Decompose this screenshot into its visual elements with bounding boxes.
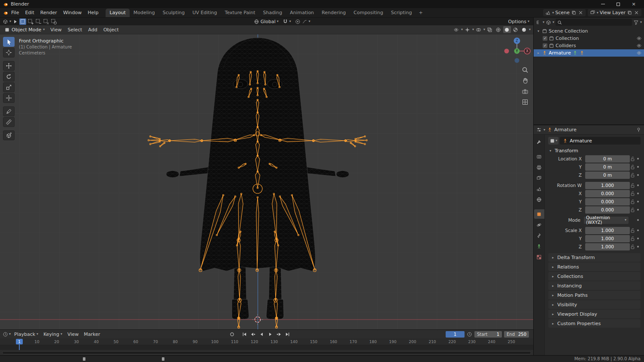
visibility-eye-icon[interactable]: [636, 43, 642, 48]
tab-sculpting[interactable]: Sculpting: [159, 9, 188, 17]
unlink-scene-icon[interactable]: [578, 10, 583, 15]
timeline-menu-view[interactable]: View: [65, 332, 81, 337]
outliner-item-armature[interactable]: ▸Armature: [534, 49, 644, 57]
timeline-body[interactable]: 1020304050607080901001101201301401501601…: [0, 338, 533, 350]
select-mode-set-icon[interactable]: [19, 18, 26, 25]
transform-panel-header[interactable]: ▾ Transform: [548, 146, 641, 155]
playhead[interactable]: 1: [16, 339, 23, 350]
properties-tab-tool[interactable]: [534, 137, 544, 147]
outliner-editor-type-icon[interactable]: [536, 20, 541, 25]
viewport-menu-add[interactable]: Add: [85, 27, 100, 33]
jump-start-button[interactable]: [240, 331, 249, 338]
properties-tab-physics[interactable]: [534, 220, 544, 229]
outliner-item-collection[interactable]: ✓Collection: [534, 35, 644, 42]
tab-rendering[interactable]: Rendering: [318, 9, 349, 17]
properties-tab-texture[interactable]: [534, 252, 544, 262]
xray-icon[interactable]: [486, 26, 494, 33]
value-field[interactable]: 1.000: [585, 235, 630, 242]
animate-dot[interactable]: [635, 184, 641, 186]
properties-tab-scene[interactable]: [534, 184, 544, 193]
frame-start-field[interactable]: Start 1: [474, 331, 502, 338]
animate-dot[interactable]: [635, 229, 641, 231]
value-field[interactable]: 1.000: [585, 182, 630, 189]
animate-dot[interactable]: [635, 174, 641, 176]
animate-dot[interactable]: [635, 201, 641, 202]
outliner-item-colliders[interactable]: ✓Colliders: [534, 42, 644, 49]
value-field[interactable]: 1.000: [585, 243, 630, 250]
timeline-menu-playback[interactable]: Playback▾: [12, 332, 41, 337]
record-button[interactable]: [228, 331, 236, 338]
panel-delta-transform[interactable]: ▸Delta Transform: [548, 253, 641, 262]
properties-tab-view-layer[interactable]: [534, 173, 544, 183]
tab-compositing[interactable]: Compositing: [350, 9, 387, 17]
material-shading-icon[interactable]: [512, 26, 519, 33]
new-view-layer-icon[interactable]: [627, 10, 632, 15]
disclosure-triangle-icon[interactable]: ▸: [536, 51, 541, 55]
timeline-menu-keying[interactable]: Keying▾: [41, 332, 65, 337]
options-dropdown[interactable]: Options ▾: [507, 19, 531, 24]
menu-help[interactable]: Help: [85, 8, 101, 17]
scene-selector[interactable]: ▾ Scene: [543, 9, 586, 16]
solid-shading-icon[interactable]: [503, 26, 511, 33]
menu-file[interactable]: File: [8, 8, 22, 17]
value-field[interactable]: 0 m: [585, 163, 630, 171]
pin-icon[interactable]: [636, 127, 641, 133]
panel-instancing[interactable]: ▸Instancing: [548, 281, 641, 290]
gizmos-icon[interactable]: [464, 26, 471, 33]
timeline-ruler[interactable]: 1020304050607080901001101201301401501601…: [0, 338, 533, 345]
outliner-display-mode-icon[interactable]: [546, 20, 551, 25]
collection-checkbox[interactable]: ✓: [543, 43, 547, 48]
tool-rotate-button[interactable]: [3, 72, 15, 81]
panel-viewport-display[interactable]: ▸Viewport Display: [548, 310, 641, 318]
rendered-shading-icon[interactable]: [520, 26, 528, 33]
tab-texture-paint[interactable]: Texture Paint: [221, 9, 259, 17]
rotation-mode-dropdown[interactable]: Quaternion (WXYZ)▾: [584, 217, 629, 224]
tab-modeling[interactable]: Modeling: [130, 9, 159, 17]
navigation-gizmo[interactable]: Z X Y: [503, 35, 532, 65]
value-field[interactable]: 0.000: [585, 198, 630, 205]
object-name-field[interactable]: Armature: [560, 137, 641, 145]
properties-tab-output[interactable]: [534, 163, 544, 172]
outliner-item-scene-collection[interactable]: ▾ Scene Collection: [534, 27, 644, 35]
disclosure-triangle-icon[interactable]: ▾: [536, 29, 541, 33]
timeline-editor-type-icon[interactable]: [3, 332, 8, 337]
viewport-menu-view[interactable]: View: [47, 27, 64, 33]
properties-tab-world[interactable]: [534, 195, 544, 204]
tab-layout[interactable]: Layout: [106, 9, 129, 17]
tool-transform-button[interactable]: [3, 93, 15, 103]
select-mode-extend-icon[interactable]: [27, 18, 34, 25]
gizmo-neg-z-ball[interactable]: [515, 58, 519, 63]
animate-dot[interactable]: [635, 158, 641, 160]
value-field[interactable]: 0.000: [585, 206, 630, 214]
value-field[interactable]: 0 m: [585, 172, 630, 179]
animate-dot[interactable]: [635, 193, 641, 194]
panel-collections[interactable]: ▸Collections: [548, 272, 641, 281]
select-mode-invert-icon[interactable]: [43, 18, 49, 25]
current-frame-field[interactable]: 1: [446, 331, 465, 338]
next-keyframe-button[interactable]: [275, 331, 283, 338]
lock-open-icon[interactable]: [630, 244, 635, 250]
view-layer-selector[interactable]: ▾ View Layer: [588, 9, 641, 16]
select-mode-intersect-icon[interactable]: [50, 18, 57, 25]
panel-relations[interactable]: ▸Relations: [548, 262, 641, 271]
playhead-badge[interactable]: 1: [16, 339, 23, 344]
properties-tab-object[interactable]: [534, 209, 544, 219]
tool-add-cube-button[interactable]: [3, 130, 15, 140]
play-reverse-button[interactable]: [258, 331, 266, 338]
snap-toggle[interactable]: ▾: [281, 19, 292, 24]
viewport-grid-icon[interactable]: [522, 99, 529, 106]
visibility-eye-icon[interactable]: [636, 36, 642, 41]
value-field[interactable]: 0 m: [585, 155, 630, 163]
tool-scale-button[interactable]: [3, 82, 15, 92]
remove-view-layer-icon[interactable]: [634, 10, 639, 15]
proportional-editing-toggle[interactable]: ▾: [294, 19, 312, 24]
menu-edit[interactable]: Edit: [22, 8, 37, 17]
outliner-search[interactable]: [556, 19, 632, 26]
use-preview-range-icon[interactable]: [467, 332, 472, 337]
animate-dot[interactable]: [635, 219, 641, 221]
viewport-3d[interactable]: Object Mode ▾ ViewSelectAddObject ▾▾▾▾: [0, 25, 533, 329]
viewport-menu-object[interactable]: Object: [100, 27, 122, 33]
panel-motion-paths[interactable]: ▸Motion Paths: [548, 291, 641, 299]
animate-dot[interactable]: [635, 209, 641, 211]
viewport-hand-icon[interactable]: [522, 77, 529, 84]
